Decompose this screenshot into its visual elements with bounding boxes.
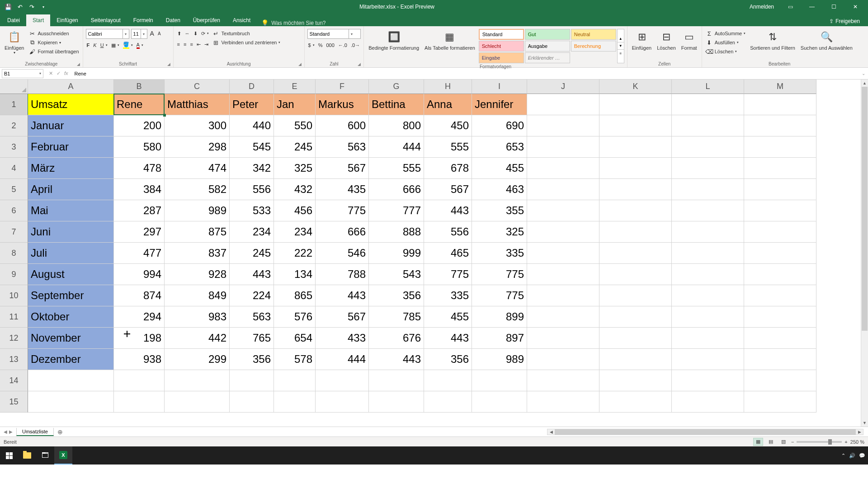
cell[interactable] bbox=[472, 391, 527, 413]
cell[interactable]: 200 bbox=[114, 115, 165, 136]
cell[interactable] bbox=[230, 370, 274, 391]
row-header[interactable]: 8 bbox=[0, 243, 28, 264]
fill-handle[interactable] bbox=[163, 114, 166, 117]
row-header[interactable]: 5 bbox=[0, 179, 28, 200]
sheet-nav-next-icon[interactable]: ▶ bbox=[9, 429, 13, 434]
cell[interactable] bbox=[28, 370, 114, 391]
redo-icon[interactable]: ↷ bbox=[26, 1, 37, 12]
cellstyle-standard[interactable]: Standard bbox=[479, 29, 524, 40]
row-header[interactable]: 7 bbox=[0, 221, 28, 243]
cell[interactable]: Bettina bbox=[369, 94, 424, 115]
cell[interactable]: 456 bbox=[274, 200, 316, 221]
qat-customize-icon[interactable]: ▾ bbox=[38, 1, 49, 12]
cell[interactable] bbox=[672, 306, 744, 328]
cell[interactable]: Matthias bbox=[165, 94, 230, 115]
cell[interactable] bbox=[424, 370, 472, 391]
cell[interactable] bbox=[744, 115, 816, 136]
cell[interactable]: 543 bbox=[369, 264, 424, 285]
cell[interactable]: Oktober bbox=[28, 306, 114, 328]
align-middle-icon[interactable]: ↔ bbox=[184, 29, 191, 38]
cell[interactable]: September bbox=[28, 285, 114, 306]
row-header[interactable]: 14 bbox=[0, 370, 28, 391]
align-top-icon[interactable]: ⬆ bbox=[176, 29, 182, 38]
cell[interactable] bbox=[369, 391, 424, 413]
cell[interactable] bbox=[599, 264, 672, 285]
zoom-slider[interactable] bbox=[797, 441, 842, 443]
cell[interactable]: 442 bbox=[165, 328, 230, 349]
formula-input[interactable] bbox=[72, 71, 859, 76]
spreadsheet-grid[interactable]: ABCDEFGHIJKLM 1UmsatzReneMatthiasPeterJa… bbox=[0, 80, 868, 427]
tray-chevron-icon[interactable]: ⌃ bbox=[841, 453, 845, 459]
cell[interactable] bbox=[672, 264, 744, 285]
tell-me-search[interactable]: 💡 Was möchten Sie tun? bbox=[257, 19, 330, 26]
cell[interactable]: 287 bbox=[114, 200, 165, 221]
scroll-thumb[interactable] bbox=[555, 429, 856, 435]
tab-formulas[interactable]: Formeln bbox=[127, 14, 160, 26]
col-header-D[interactable]: D bbox=[230, 80, 274, 94]
save-icon[interactable]: 💾 bbox=[3, 1, 14, 12]
cell[interactable]: 443 bbox=[369, 349, 424, 370]
cell[interactable]: 444 bbox=[369, 136, 424, 158]
tab-layout[interactable]: Seitenlayout bbox=[85, 14, 127, 26]
cell[interactable] bbox=[672, 158, 744, 179]
cell[interactable]: 335 bbox=[472, 243, 527, 264]
copy-button[interactable]: ⧉Kopieren ▾ bbox=[28, 38, 80, 47]
cell[interactable] bbox=[599, 391, 672, 413]
cell[interactable] bbox=[527, 391, 599, 413]
cell[interactable] bbox=[527, 285, 599, 306]
cell[interactable]: 555 bbox=[369, 158, 424, 179]
cell[interactable]: 576 bbox=[274, 306, 316, 328]
percent-icon[interactable]: % bbox=[317, 41, 324, 50]
cell[interactable] bbox=[672, 370, 744, 391]
col-header-M[interactable]: M bbox=[744, 80, 816, 94]
cell[interactable]: 440 bbox=[230, 115, 274, 136]
cell[interactable]: 994 bbox=[114, 264, 165, 285]
cell[interactable]: 666 bbox=[316, 221, 369, 243]
cell[interactable] bbox=[599, 349, 672, 370]
scroll-thumb[interactable] bbox=[862, 87, 868, 331]
fx-icon[interactable]: fx bbox=[64, 70, 68, 76]
cell[interactable]: 567 bbox=[316, 158, 369, 179]
row-header[interactable]: 3 bbox=[0, 136, 28, 158]
cell[interactable]: 563 bbox=[230, 306, 274, 328]
cell[interactable]: 298 bbox=[165, 136, 230, 158]
cell[interactable] bbox=[672, 285, 744, 306]
underline-button[interactable]: U ▾ bbox=[99, 41, 108, 50]
cancel-formula-icon[interactable]: ✕ bbox=[49, 70, 53, 76]
cell[interactable]: 477 bbox=[114, 243, 165, 264]
cell[interactable] bbox=[672, 221, 744, 243]
cell[interactable] bbox=[744, 179, 816, 200]
orientation-icon[interactable]: ⟳ ▾ bbox=[200, 29, 210, 38]
autosum-button[interactable]: ΣAutoSumme ▾ bbox=[705, 29, 747, 38]
decrease-font-icon[interactable]: A bbox=[157, 29, 162, 38]
cell[interactable]: 690 bbox=[472, 115, 527, 136]
start-button[interactable] bbox=[0, 446, 18, 465]
tab-review[interactable]: Überprüfen bbox=[187, 14, 226, 26]
cell[interactable]: 455 bbox=[424, 306, 472, 328]
cell[interactable] bbox=[527, 179, 599, 200]
scroll-left-icon[interactable]: ◀ bbox=[547, 429, 555, 435]
row-header[interactable]: 13 bbox=[0, 349, 28, 370]
cell[interactable] bbox=[599, 136, 672, 158]
format-painter-button[interactable]: 🖌Format übertragen bbox=[28, 47, 80, 56]
cut-button[interactable]: ✂Ausschneiden bbox=[28, 29, 80, 38]
col-header-C[interactable]: C bbox=[165, 80, 230, 94]
cell[interactable]: 356 bbox=[424, 349, 472, 370]
tab-data[interactable]: Daten bbox=[160, 14, 187, 26]
cell[interactable]: November bbox=[28, 328, 114, 349]
cell[interactable] bbox=[744, 306, 816, 328]
cellstyle-erklaerend[interactable]: Erklärender … bbox=[525, 52, 570, 63]
taskbar-explorer[interactable] bbox=[18, 446, 36, 465]
cell[interactable] bbox=[527, 136, 599, 158]
cellstyle-schlecht[interactable]: Schlecht bbox=[479, 41, 524, 52]
cell[interactable] bbox=[114, 370, 165, 391]
increase-indent-icon[interactable]: ⇥ bbox=[203, 40, 209, 49]
cell[interactable]: 443 bbox=[230, 264, 274, 285]
cell[interactable] bbox=[672, 136, 744, 158]
cell[interactable] bbox=[672, 179, 744, 200]
tab-file[interactable]: Datei bbox=[1, 14, 26, 26]
cells-insert-button[interactable]: ⊞Einfügen bbox=[630, 29, 653, 52]
cell[interactable] bbox=[599, 94, 672, 115]
taskbar-app[interactable]: 🗔 bbox=[36, 446, 54, 465]
wrap-text-button[interactable]: ↵Textumbruch bbox=[212, 29, 282, 38]
